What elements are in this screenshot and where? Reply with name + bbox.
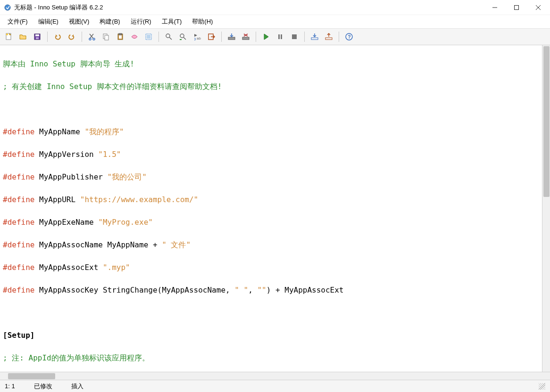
svg-rect-13 [119, 35, 122, 39]
maximize-button[interactable] [506, 0, 527, 15]
svg-rect-20 [228, 37, 235, 40]
replace-button[interactable] [177, 31, 189, 43]
paste-button[interactable] [114, 31, 126, 43]
svg-rect-10 [105, 35, 108, 40]
svg-rect-15 [147, 35, 150, 39]
compile-button[interactable] [225, 31, 238, 43]
pause-button[interactable] [274, 31, 286, 43]
delete-button[interactable] [128, 31, 141, 43]
statusbar: 1: 1 已修改 插入 [0, 380, 550, 392]
scroll-thumb[interactable] [543, 46, 550, 197]
save-button[interactable] [31, 31, 43, 43]
svg-text:?: ? [348, 34, 351, 40]
toolbar: ab ? [0, 28, 550, 45]
svg-rect-22 [278, 34, 280, 39]
exit-button[interactable] [205, 31, 217, 43]
separator [158, 32, 159, 42]
stop-compile-button[interactable] [240, 31, 252, 43]
svg-point-3 [6, 33, 8, 35]
stop-button[interactable] [288, 31, 300, 43]
step-into-button[interactable] [308, 31, 321, 43]
copy-button[interactable] [100, 31, 112, 43]
svg-rect-26 [325, 38, 332, 40]
redo-button[interactable] [66, 31, 78, 43]
menu-help[interactable]: 帮助(H) [187, 16, 217, 28]
svg-rect-23 [281, 34, 282, 39]
menu-run[interactable]: 运行(R) [126, 16, 156, 28]
svg-point-17 [180, 34, 184, 38]
menubar: 文件(F) 编辑(E) 视图(V) 构建(B) 运行(R) 工具(T) 帮助(H… [0, 15, 550, 28]
insert-mode: 插入 [71, 382, 83, 391]
svg-rect-21 [242, 37, 249, 40]
open-button[interactable] [17, 31, 29, 43]
find-button[interactable] [163, 31, 175, 43]
vertical-scrollbar[interactable] [542, 45, 550, 372]
svg-point-0 [5, 5, 10, 10]
svg-point-16 [166, 34, 170, 38]
window-title: 无标题 - Inno Setup 编译器 6.2.2 [14, 3, 484, 12]
help-button[interactable]: ? [343, 31, 355, 43]
titlebar: 无标题 - Inno Setup 编译器 6.2.2 [0, 0, 550, 15]
resize-grip[interactable] [539, 383, 545, 390]
svg-rect-24 [292, 34, 297, 39]
app-icon [4, 4, 11, 11]
menu-view[interactable]: 视图(V) [64, 16, 94, 28]
new-button[interactable] [3, 31, 15, 43]
cursor-position: 1: 1 [5, 383, 15, 390]
svg-text:ab: ab [197, 36, 201, 41]
menu-file[interactable]: 文件(F) [3, 16, 33, 28]
menu-edit[interactable]: 编辑(E) [33, 16, 63, 28]
svg-point-7 [89, 38, 91, 40]
horizontal-scrollbar[interactable] [0, 372, 550, 380]
menu-tools[interactable]: 工具(T) [157, 16, 187, 28]
svg-rect-1 [515, 5, 519, 9]
editor-area: 脚本由 Inno Setup 脚本向导 生成! ; 有关创建 Inno Setu… [0, 45, 550, 380]
menu-build[interactable]: 构建(B) [95, 16, 125, 28]
separator [82, 32, 82, 42]
minimize-button[interactable] [484, 0, 506, 15]
separator [221, 32, 222, 42]
undo-button[interactable] [51, 31, 64, 43]
select-all-button[interactable] [142, 31, 155, 43]
step-over-button[interactable] [323, 31, 335, 43]
scroll-thumb[interactable] [8, 373, 55, 379]
svg-rect-12 [119, 33, 122, 35]
svg-rect-5 [35, 34, 39, 36]
cut-button[interactable] [86, 31, 98, 43]
separator [339, 32, 339, 42]
window-controls [484, 0, 549, 15]
goto-button[interactable]: ab [191, 31, 203, 43]
modified-status: 已修改 [34, 382, 52, 391]
svg-rect-25 [311, 38, 318, 40]
separator [256, 32, 256, 42]
close-button[interactable] [527, 0, 549, 15]
svg-point-8 [93, 38, 95, 40]
separator [304, 32, 305, 42]
svg-rect-6 [36, 37, 39, 39]
separator [47, 32, 48, 42]
run-button[interactable] [260, 31, 272, 43]
code-editor[interactable]: 脚本由 Inno Setup 脚本向导 生成! ; 有关创建 Inno Setu… [0, 45, 550, 372]
